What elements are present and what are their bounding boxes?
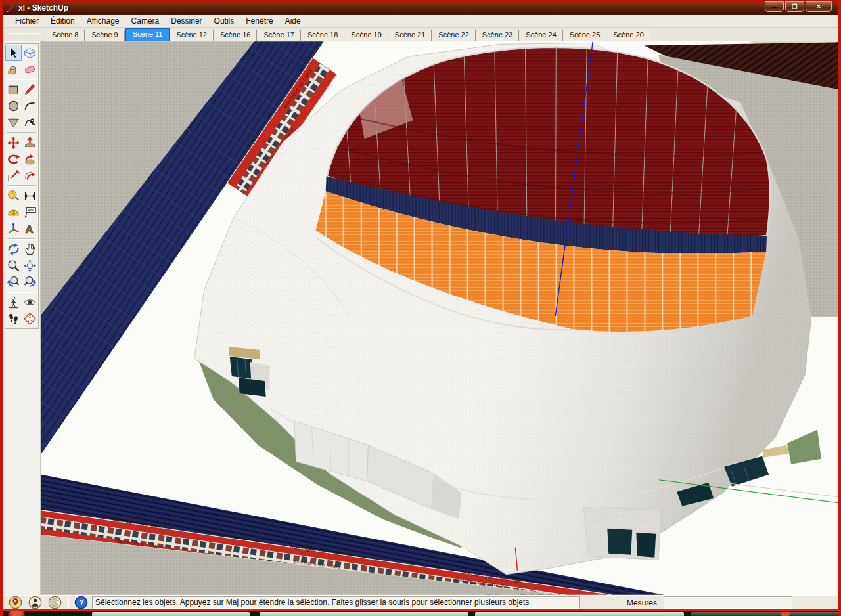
text-icon: ABC bbox=[23, 206, 37, 219]
look-around-tool[interactable] bbox=[22, 294, 38, 311]
scene-tab-sc-ne-20[interactable]: Scène 20 bbox=[607, 30, 650, 41]
menu-fichier[interactable]: Fichier bbox=[9, 16, 45, 26]
protractor-icon bbox=[7, 206, 20, 219]
scene-tab-sc-ne-25[interactable]: Scène 25 bbox=[564, 30, 606, 41]
text-tool[interactable]: ABC bbox=[22, 204, 38, 221]
orbit-icon bbox=[7, 242, 20, 256]
poscam-icon bbox=[7, 296, 20, 309]
tray-icon[interactable] bbox=[781, 612, 790, 616]
window-title: xl - SketchUp bbox=[18, 3, 68, 12]
walk-tool[interactable] bbox=[5, 311, 22, 327]
rectangle-tool[interactable] bbox=[5, 81, 22, 98]
menu-dessiner[interactable]: Dessiner bbox=[165, 16, 208, 26]
get-models-icon[interactable] bbox=[48, 596, 62, 609]
geolocation-icon[interactable] bbox=[9, 596, 22, 609]
text3d-icon: A bbox=[23, 222, 37, 236]
eraser-tool[interactable] bbox=[22, 61, 38, 77]
svg-text:ABC: ABC bbox=[28, 208, 36, 212]
polygon-icon bbox=[7, 116, 20, 129]
arc-tool[interactable] bbox=[22, 98, 38, 114]
menu-fen-tre[interactable]: Fenêtre bbox=[240, 16, 279, 26]
start-orb[interactable] bbox=[8, 611, 25, 616]
paint-icon bbox=[7, 62, 20, 76]
taskbar-button[interactable] bbox=[691, 612, 838, 616]
pan-tool[interactable] bbox=[22, 241, 38, 257]
scene-tab-sc-ne-17[interactable]: Scène 17 bbox=[258, 30, 300, 41]
follow-me-tool[interactable] bbox=[22, 151, 38, 167]
svg-text:?: ? bbox=[79, 598, 83, 607]
followme-icon bbox=[23, 152, 37, 166]
rotate-tool[interactable] bbox=[5, 151, 22, 167]
tool-palette-box: ABCACA-S bbox=[5, 43, 39, 329]
scene-tab-sc-ne-21[interactable]: Scène 21 bbox=[389, 30, 432, 41]
svg-text:A: A bbox=[26, 223, 34, 236]
tape-measure-tool[interactable] bbox=[5, 188, 22, 204]
make-component-tool[interactable] bbox=[22, 45, 38, 61]
paint-bucket-tool[interactable] bbox=[5, 61, 22, 77]
select-tool[interactable] bbox=[5, 45, 22, 61]
menu-cam-ra[interactable]: Caméra bbox=[125, 16, 166, 26]
menu-dition[interactable]: Édition bbox=[45, 16, 81, 26]
menu-affichage[interactable]: Affichage bbox=[81, 16, 125, 26]
protractor-tool[interactable] bbox=[5, 204, 22, 221]
select-icon bbox=[7, 46, 20, 60]
claim-credit-icon[interactable] bbox=[28, 596, 42, 609]
viewport-3d[interactable]: BOUTIQUE DU STADE BOUTIQUE DU STADE bbox=[41, 41, 838, 595]
freehand-icon bbox=[23, 116, 37, 129]
zoom-previous-tool[interactable] bbox=[5, 274, 22, 290]
window-close-button[interactable]: ✕ bbox=[806, 1, 832, 12]
scene-tab-bar: Scène 8Scène 9Scène 11Scène 12Scène 16Sc… bbox=[3, 28, 838, 41]
scene-tab-sc-ne-16[interactable]: Scène 16 bbox=[214, 30, 257, 41]
circle-tool[interactable] bbox=[5, 98, 22, 114]
menu-outils[interactable]: Outils bbox=[208, 16, 240, 26]
scale-tool[interactable] bbox=[5, 167, 22, 184]
look-icon bbox=[23, 296, 37, 309]
zoom-extents-tool[interactable] bbox=[22, 257, 38, 274]
scene-tab-sc-ne-22[interactable]: Scène 22 bbox=[432, 30, 475, 41]
tool-group-divider bbox=[5, 237, 38, 241]
component-icon bbox=[23, 46, 37, 60]
pan-icon bbox=[23, 242, 37, 256]
tool-group-divider bbox=[5, 184, 38, 188]
scene-tab-sc-ne-12[interactable]: Scène 12 bbox=[170, 30, 213, 41]
help-icon[interactable]: ? bbox=[74, 596, 88, 609]
scene-tab-sc-ne-18[interactable]: Scène 18 bbox=[302, 30, 344, 41]
window-minimize-button[interactable]: — bbox=[765, 1, 784, 12]
measurements-field[interactable] bbox=[664, 596, 792, 609]
scene-tab-sc-ne-11[interactable]: Scène 11 bbox=[125, 28, 170, 41]
offset-tool[interactable] bbox=[22, 167, 38, 184]
line-icon bbox=[23, 83, 37, 97]
freehand-tool[interactable] bbox=[22, 114, 38, 131]
zoom-next-tool[interactable] bbox=[22, 274, 38, 290]
menu-aide[interactable]: Aide bbox=[279, 16, 307, 26]
windows-taskbar[interactable] bbox=[0, 611, 841, 616]
taskbar-button[interactable] bbox=[260, 612, 468, 616]
zoom-tool[interactable] bbox=[5, 257, 22, 274]
3d-text-tool[interactable]: A bbox=[22, 221, 38, 237]
push-pull-tool[interactable] bbox=[22, 135, 38, 151]
status-bar: ? Sélectionnez les objets. Appuyez sur M… bbox=[3, 595, 838, 609]
axes-icon bbox=[7, 222, 20, 236]
axes-tool[interactable] bbox=[5, 221, 22, 237]
move-tool[interactable] bbox=[5, 135, 22, 151]
arc-icon bbox=[23, 99, 37, 113]
orbit-tool[interactable] bbox=[5, 241, 22, 257]
window-restore-button[interactable]: ❐ bbox=[785, 1, 804, 12]
scene-tab-sc-ne-9[interactable]: Scène 9 bbox=[85, 30, 124, 41]
scene-tab-sc-ne-8[interactable]: Scène 8 bbox=[46, 30, 85, 41]
sketchup-window: xl - SketchUp —❐✕ FichierÉditionAffichag… bbox=[0, 0, 841, 616]
section-plane-tool[interactable]: CA-S bbox=[22, 311, 38, 327]
line-tool[interactable] bbox=[22, 81, 38, 98]
zoomprev-icon bbox=[7, 275, 20, 289]
dimension-tool[interactable] bbox=[22, 188, 38, 204]
scene-tab-sc-ne-19[interactable]: Scène 19 bbox=[345, 30, 388, 41]
circle-icon bbox=[7, 99, 20, 113]
toolbar-grip[interactable] bbox=[7, 33, 41, 35]
position-camera-tool[interactable] bbox=[5, 294, 22, 311]
taskbar-button[interactable] bbox=[475, 612, 684, 616]
screen-frame-left bbox=[0, 0, 3, 616]
polygon-tool[interactable] bbox=[5, 114, 22, 131]
scene-tab-sc-ne-24[interactable]: Scène 24 bbox=[520, 30, 562, 41]
taskbar-button[interactable] bbox=[92, 612, 250, 616]
scene-tab-sc-ne-23[interactable]: Scène 23 bbox=[476, 30, 519, 41]
